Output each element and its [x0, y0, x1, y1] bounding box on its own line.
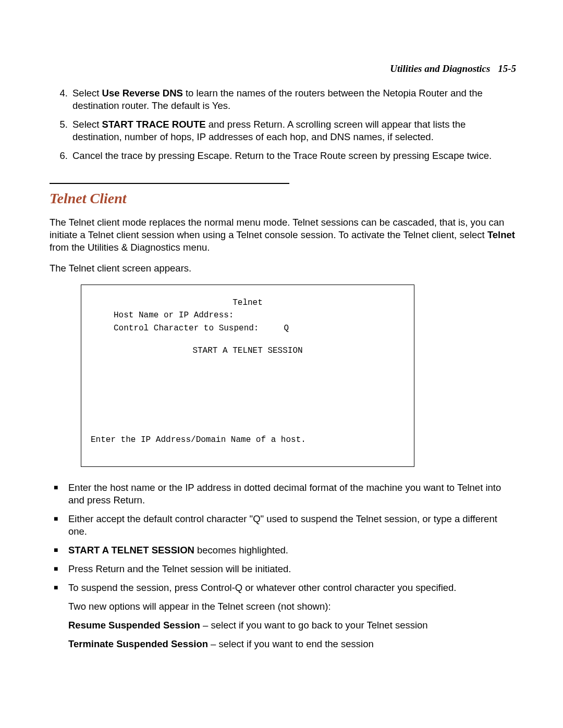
- step-text-prefix: Select: [72, 119, 102, 130]
- body-paragraph: The Telnet client mode replaces the norm…: [50, 216, 516, 254]
- note-text: – select if you want to end the session: [208, 638, 374, 649]
- document-page: Utilities and Diagnostics 15-5 Select Us…: [0, 0, 563, 709]
- list-item: START A TELNET SESSION becomes highlight…: [54, 544, 516, 557]
- telnet-console-screen: Telnet Host Name or IP Address: Control …: [81, 285, 414, 467]
- note-line: Two new options will appear in the Telne…: [68, 600, 516, 613]
- console-row-host: Host Name or IP Address:: [114, 309, 405, 322]
- console-prompt: Enter the IP Address/Domain Name of a ho…: [91, 434, 306, 447]
- bullet-list: Enter the host name or the IP address in…: [50, 482, 516, 594]
- step-text-rest: Cancel the trace by pressing Escape. Ret…: [72, 150, 492, 161]
- indented-notes: Two new options will appear in the Telne…: [68, 600, 516, 650]
- bullet-text: Either accept the default control charac…: [68, 513, 497, 537]
- list-item: Press Return and the Telnet session will…: [54, 563, 516, 575]
- header-title: Utilities and Diagnostics: [390, 63, 490, 74]
- step-text-bold: Use Reverse DNS: [102, 88, 183, 98]
- note-line: Terminate Suspended Session – select if …: [68, 638, 516, 650]
- console-start-session: START A TELNET SESSION: [91, 344, 405, 357]
- body-paragraph: The Telnet client screen appears.: [50, 262, 516, 275]
- step-item: Select Use Reverse DNS to learn the name…: [70, 87, 516, 112]
- console-row-control-char: Control Character to Suspend: Q: [114, 322, 405, 335]
- paragraph-text: from the Utilities & Diagnostics menu.: [50, 242, 210, 253]
- bullet-text: Enter the host name or the IP address in…: [68, 482, 501, 505]
- running-header: Utilities and Diagnostics 15-5: [50, 63, 516, 76]
- section-divider: [50, 183, 289, 184]
- numbered-steps-list: Select Use Reverse DNS to learn the name…: [50, 87, 516, 162]
- note-bold: Resume Suspended Session: [68, 620, 200, 631]
- paragraph-text: The Telnet client mode replaces the norm…: [50, 217, 504, 240]
- step-text-prefix: Select: [72, 88, 102, 98]
- note-line: Resume Suspended Session – select if you…: [68, 619, 516, 632]
- list-item: Either accept the default control charac…: [54, 513, 516, 538]
- list-item: Enter the host name or the IP address in…: [54, 482, 516, 507]
- bullet-text: To suspend the session, press Control-Q …: [68, 582, 456, 593]
- note-bold: Terminate Suspended Session: [68, 638, 208, 649]
- note-text: – select if you want to go back to your …: [200, 620, 428, 631]
- bullet-text: Press Return and the Telnet session will…: [68, 563, 291, 574]
- list-item: To suspend the session, press Control-Q …: [54, 582, 516, 594]
- console-title: Telnet: [91, 297, 405, 310]
- step-item: Cancel the trace by pressing Escape. Ret…: [70, 150, 516, 162]
- step-item: Select START TRACE ROUTE and press Retur…: [70, 118, 516, 143]
- bullet-text: becomes highlighted.: [194, 545, 288, 556]
- bullet-bold: START A TELNET SESSION: [68, 545, 194, 556]
- section-heading: Telnet Client: [50, 189, 516, 208]
- header-page-number: 15-5: [498, 63, 516, 74]
- paragraph-bold: Telnet: [487, 229, 515, 240]
- step-text-bold: START TRACE ROUTE: [102, 119, 206, 130]
